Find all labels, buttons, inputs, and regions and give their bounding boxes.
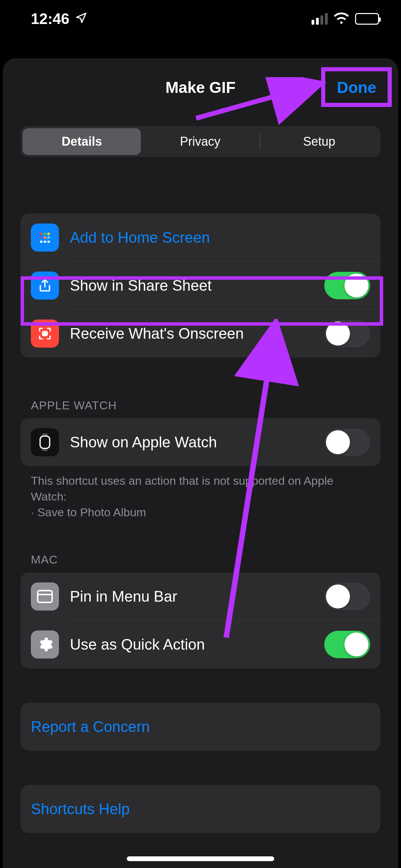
header-mac: MAC xyxy=(31,553,380,566)
group-report: Report a Concern xyxy=(21,703,380,751)
settings-sheet: Make GIF Done Details Privacy Setup xyxy=(3,58,398,868)
segmented-control[interactable]: Details Privacy Setup xyxy=(21,126,380,157)
capture-icon xyxy=(31,320,59,348)
svg-rect-5 xyxy=(44,236,46,239)
done-button[interactable]: Done xyxy=(327,72,386,103)
row-quick-action[interactable]: Use as Quick Action xyxy=(21,620,380,668)
row-share-sheet[interactable]: Show in Share Sheet xyxy=(21,262,380,310)
svg-rect-9 xyxy=(47,241,50,243)
group-general: Add to Home Screen Show in Share Sheet xyxy=(21,214,380,358)
svg-rect-7 xyxy=(40,241,42,243)
svg-rect-14 xyxy=(40,436,50,448)
row-label: Show on Apple Watch xyxy=(70,434,324,451)
home-indicator[interactable] xyxy=(127,856,274,861)
tab-setup[interactable]: Setup xyxy=(260,128,378,155)
cellular-icon xyxy=(312,13,328,25)
row-shortcuts-help[interactable]: Shortcuts Help xyxy=(21,785,380,833)
svg-rect-6 xyxy=(47,236,50,239)
status-bar: 12:46 xyxy=(0,0,401,38)
footer-apple-watch: This shortcut uses an action that is not… xyxy=(31,473,370,520)
svg-rect-1 xyxy=(40,233,42,235)
nav-bar: Make GIF Done xyxy=(3,69,398,106)
apple-watch-toggle[interactable] xyxy=(324,429,370,456)
share-icon xyxy=(31,272,59,300)
svg-rect-8 xyxy=(44,241,46,243)
row-label: Shortcuts Help xyxy=(31,800,370,818)
home-screen-icon xyxy=(31,224,59,252)
header-apple-watch: APPLE WATCH xyxy=(31,399,380,412)
quick-action-toggle[interactable] xyxy=(324,631,370,658)
svg-rect-15 xyxy=(38,590,52,602)
watch-icon xyxy=(31,428,59,456)
svg-point-11 xyxy=(44,333,46,335)
tab-privacy[interactable]: Privacy xyxy=(141,128,259,155)
svg-rect-4 xyxy=(40,236,42,239)
row-label: Show in Share Sheet xyxy=(70,277,324,294)
row-receive-onscreen[interactable]: Receive What's Onscreen xyxy=(21,310,380,358)
group-apple-watch: Show on Apple Watch xyxy=(21,418,380,466)
row-add-home-screen[interactable]: Add to Home Screen xyxy=(21,214,380,262)
share-sheet-toggle[interactable] xyxy=(324,272,370,299)
row-pin-menu-bar[interactable]: Pin in Menu Bar xyxy=(21,572,380,620)
row-label: Use as Quick Action xyxy=(70,636,324,653)
row-label: Receive What's Onscreen xyxy=(70,325,324,342)
row-label: Pin in Menu Bar xyxy=(70,588,324,605)
location-icon xyxy=(75,10,87,27)
row-apple-watch[interactable]: Show on Apple Watch xyxy=(21,418,380,466)
page-title: Make GIF xyxy=(166,78,236,97)
gear-icon xyxy=(31,630,59,659)
svg-rect-3 xyxy=(47,233,50,235)
status-time: 12:46 xyxy=(31,10,70,27)
svg-rect-2 xyxy=(44,233,46,235)
row-label: Add to Home Screen xyxy=(70,229,370,246)
window-icon xyxy=(31,582,59,611)
group-help: Shortcuts Help xyxy=(21,785,380,833)
group-mac: Pin in Menu Bar Use as Quick Action xyxy=(21,572,380,668)
pin-menu-toggle[interactable] xyxy=(324,583,370,610)
row-report-concern[interactable]: Report a Concern xyxy=(21,703,380,751)
battery-icon xyxy=(355,13,379,25)
tab-details[interactable]: Details xyxy=(23,128,141,155)
row-label: Report a Concern xyxy=(31,718,370,735)
receive-onscreen-toggle[interactable] xyxy=(324,320,370,347)
wifi-icon xyxy=(334,10,349,27)
